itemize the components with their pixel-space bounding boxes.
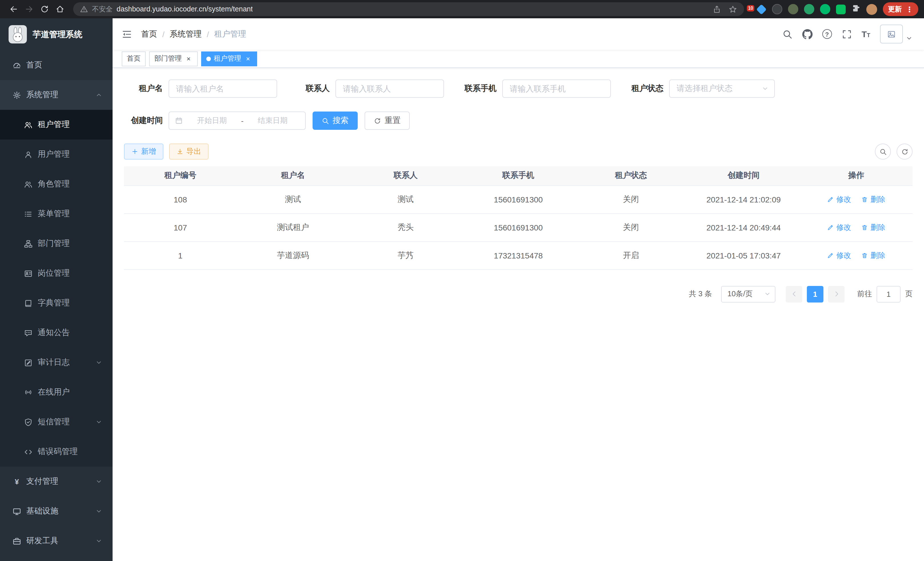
browser-chrome: 不安全 dashboard.yudao.iocoder.cn/system/te… xyxy=(0,0,924,18)
refresh-icon xyxy=(374,117,381,124)
export-button[interactable]: 导出 xyxy=(169,144,208,159)
extension-icon-dark[interactable] xyxy=(772,4,782,14)
sidebar-item-label: 系统管理 xyxy=(26,90,58,100)
sidebar-item-tenant[interactable]: 租户管理 xyxy=(0,110,112,140)
sidebar-item-notice[interactable]: 通知公告 xyxy=(0,318,112,348)
sidebar-toggle-button[interactable] xyxy=(122,29,132,39)
sidebar-item-role[interactable]: 角色管理 xyxy=(0,169,112,199)
phone-input[interactable] xyxy=(502,80,611,98)
app-logo-row[interactable]: 芋道管理系统 xyxy=(0,18,112,50)
extension-badge: 10 xyxy=(747,5,754,11)
browser-profile-avatar[interactable] xyxy=(866,4,877,15)
delete-label: 删除 xyxy=(871,250,885,260)
bookmark-star-icon[interactable] xyxy=(729,5,737,14)
sidebar-item-post[interactable]: 岗位管理 xyxy=(0,259,112,288)
sidebar-item-payment[interactable]: ¥ 支付管理 xyxy=(0,467,112,496)
sidebar-item-infra[interactable]: 基础设施 xyxy=(0,496,112,526)
help-icon[interactable]: ? xyxy=(822,29,832,39)
page-size-select[interactable]: 10条/页 xyxy=(721,286,776,302)
pagination-total: 共 3 条 xyxy=(689,289,712,299)
browser-update-button[interactable]: 更新 ⋮ xyxy=(883,2,918,16)
security-label[interactable]: 不安全 xyxy=(92,4,112,14)
extensions-puzzle-icon[interactable] xyxy=(851,3,861,15)
toggle-search-button[interactable] xyxy=(875,144,891,159)
github-icon[interactable] xyxy=(802,29,812,39)
browser-forward-button[interactable] xyxy=(21,2,37,17)
system-submenu: 租户管理 用户管理 角色管理 菜单管理 部门管理 xyxy=(0,110,112,467)
prev-page-button[interactable] xyxy=(786,286,802,302)
page-number-button[interactable]: 1 xyxy=(807,286,824,302)
breadcrumb-system[interactable]: 系统管理 xyxy=(170,29,202,39)
search-icon[interactable] xyxy=(782,29,792,39)
status-select[interactable]: 请选择租户状态 xyxy=(669,80,775,98)
page-goto-input[interactable] xyxy=(877,286,901,302)
download-icon xyxy=(177,148,183,155)
edit-link[interactable]: 修改 xyxy=(827,222,851,232)
close-icon[interactable]: × xyxy=(184,55,193,63)
goto-suffix: 页 xyxy=(905,289,913,299)
delete-label: 删除 xyxy=(871,222,885,232)
sidebar-item-home[interactable]: 首页 xyxy=(0,50,112,80)
sidebar-item-menu[interactable]: 菜单管理 xyxy=(0,199,112,229)
sidebar-item-user[interactable]: 用户管理 xyxy=(0,140,112,169)
tenant-name-input[interactable] xyxy=(169,80,277,98)
edit-link[interactable]: 修改 xyxy=(827,250,851,260)
browser-menu-kebab-icon[interactable]: ⋮ xyxy=(906,5,913,14)
add-button[interactable]: 新增 xyxy=(124,144,164,159)
fullscreen-icon[interactable] xyxy=(842,29,852,39)
chevron-down-icon xyxy=(95,478,102,485)
sidebar-item-sms[interactable]: 短信管理 xyxy=(0,407,112,437)
breadcrumb-home[interactable]: 首页 xyxy=(141,29,157,39)
create-time-range-picker[interactable]: 开始日期 - 结束日期 xyxy=(169,111,306,130)
cell-tenant-name: 测试租户 xyxy=(237,213,349,241)
browser-back-button[interactable] xyxy=(6,2,21,17)
sidebar-item-dict[interactable]: 字典管理 xyxy=(0,288,112,318)
sidebar-item-label: 支付管理 xyxy=(26,476,58,487)
trash-icon xyxy=(861,252,868,259)
extension-icon-yuque[interactable] xyxy=(820,4,830,14)
users-icon xyxy=(24,180,33,188)
sidebar-item-system[interactable]: 系统管理 xyxy=(0,80,112,110)
user-avatar-menu[interactable] xyxy=(880,25,913,44)
screen: 不安全 dashboard.yudao.iocoder.cn/system/te… xyxy=(0,0,924,561)
browser-reload-button[interactable] xyxy=(37,2,52,17)
sidebar-item-online-user[interactable]: 在线用户 xyxy=(0,378,112,407)
extension-icon-olive[interactable] xyxy=(788,4,798,14)
delete-link[interactable]: 删除 xyxy=(861,222,885,232)
browser-home-button[interactable] xyxy=(52,2,68,17)
search-button[interactable]: 搜索 xyxy=(313,111,358,130)
share-icon[interactable] xyxy=(712,5,721,14)
extension-icon-green[interactable] xyxy=(804,4,814,14)
phone-label: 联系手机 xyxy=(458,83,496,94)
font-size-icon[interactable]: TT xyxy=(861,30,870,38)
cell-phone: 15601691300 xyxy=(462,213,574,241)
chevron-down-icon xyxy=(762,85,769,92)
tab-tenant[interactable]: 租户管理 × xyxy=(201,51,257,66)
close-icon[interactable]: × xyxy=(244,55,252,63)
col-tenant-id: 租户编号 xyxy=(124,166,237,185)
delete-link[interactable]: 删除 xyxy=(861,194,885,205)
edit-link[interactable]: 修改 xyxy=(827,194,851,205)
extension-icon-diamond[interactable] xyxy=(756,4,767,15)
sidebar-item-audit-log[interactable]: 审计日志 xyxy=(0,348,112,378)
puzzle-icon xyxy=(851,3,861,13)
url-text[interactable]: dashboard.yudao.iocoder.cn/system/tenant xyxy=(117,5,253,13)
reset-button[interactable]: 重置 xyxy=(364,111,410,130)
next-page-button[interactable] xyxy=(828,286,844,302)
sidebar-item-devtools[interactable]: 研发工具 xyxy=(0,526,112,556)
tab-dept[interactable]: 部门管理 × xyxy=(149,51,198,66)
refresh-table-button[interactable] xyxy=(897,144,913,159)
url-bar[interactable]: 不安全 dashboard.yudao.iocoder.cn/system/te… xyxy=(73,2,744,16)
extension-icon-chat[interactable] xyxy=(836,4,846,14)
delete-link[interactable]: 删除 xyxy=(861,250,885,260)
sidebar-item-dept[interactable]: 部门管理 xyxy=(0,229,112,259)
chevron-down-icon xyxy=(906,35,913,42)
edit-pencil-icon xyxy=(827,196,834,203)
contact-input[interactable] xyxy=(335,80,444,98)
sidebar-item-error-code[interactable]: 错误码管理 xyxy=(0,437,112,467)
tab-home[interactable]: 首页 xyxy=(122,51,146,66)
reload-icon xyxy=(40,5,49,14)
sidebar-item-label: 在线用户 xyxy=(38,387,70,397)
cell-tenant-id: 108 xyxy=(124,185,237,213)
end-date-placeholder: 结束日期 xyxy=(246,116,299,126)
